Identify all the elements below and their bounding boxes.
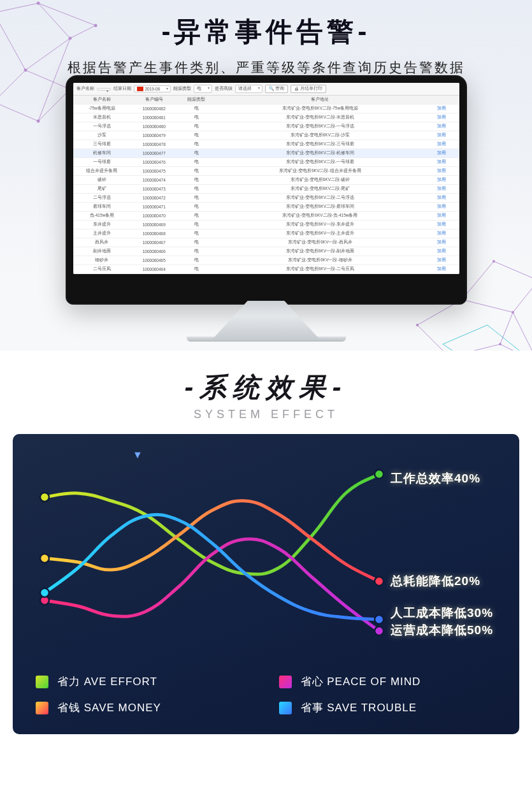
table-cell: 电 xyxy=(177,185,216,194)
table-cell: 西风井 xyxy=(73,238,131,247)
table-cell: 东湾矿业-变电所6KV二段-组合并提升备用 xyxy=(216,167,424,176)
table-cell: 1000000479 xyxy=(131,131,177,140)
table-cell: 1000000474 xyxy=(131,176,177,185)
query-toolbar: 客户名称 结算日期 2019-06 能源类型 电 是否高级 请选择 🔍 查询 🖨… xyxy=(73,83,459,96)
legend-item[interactable]: 省心 PEACE OF MIND xyxy=(279,674,497,689)
customer-name-select[interactable] xyxy=(97,88,111,90)
table-cell: 电 xyxy=(177,158,216,167)
table-cell[interactable]: 加用 xyxy=(424,131,459,140)
table-cell[interactable]: 加用 xyxy=(424,265,459,274)
table-cell[interactable]: 加用 xyxy=(424,176,459,185)
table-cell: 东湾矿业-变电所6KV二段-一号浮选 xyxy=(216,122,424,131)
table-cell[interactable]: 加用 xyxy=(424,140,459,149)
table-cell[interactable]: 加用 xyxy=(424,113,459,122)
table-cell: 电 xyxy=(177,131,216,140)
alarm-section: -异常事件告警- 根据告警产生事件类别、严重等级等条件查询历史告警数据 客户名称… xyxy=(0,0,532,351)
table-row[interactable]: 一号球磨1000000476电东湾矿业-变电所6KV二段-一号球磨加用 xyxy=(73,158,459,167)
table-cell: 电 xyxy=(177,149,216,158)
legend-item[interactable]: 省力 AVE EFFORT xyxy=(36,674,254,689)
chart-point xyxy=(40,588,49,597)
table-cell[interactable]: 加用 xyxy=(424,229,459,238)
table-cell[interactable]: 加用 xyxy=(424,203,459,212)
section2-header: -系统效果- SYSTEM EFFECT xyxy=(0,351,532,434)
table-cell[interactable]: 加用 xyxy=(424,105,459,113)
table-cell: 二号浮选 xyxy=(73,194,131,203)
table-row[interactable]: 机修车间1000000477电东湾矿业-变电所6KV二段-机修车间加用 xyxy=(73,149,459,158)
table-cell[interactable]: 加用 xyxy=(424,185,459,194)
legend-item[interactable]: 省事 SAVE TROUBLE xyxy=(279,700,497,715)
table-cell[interactable]: 加用 xyxy=(424,122,459,131)
table-cell: 东湾矿业-变电所6KV二段-破碎 xyxy=(216,176,424,185)
col-customer-addr[interactable]: 客户地址 xyxy=(216,96,424,105)
legend-item[interactable]: 省钱 SAVE MONEY xyxy=(36,700,254,715)
table-row[interactable]: 二号浮选1000000472电东湾矿业-变电所6KV二段-二号浮选加用 xyxy=(73,194,459,203)
energy-type-select[interactable]: 电 xyxy=(194,85,212,93)
chart-end-label: 运营成本降低50% xyxy=(391,622,493,639)
table-cell: 电 xyxy=(177,140,216,149)
line-chart: 工作总效率40%总耗能降低20%运营成本降低50%人工成本降低30% xyxy=(32,450,500,660)
print-button[interactable]: 🖨 月结单打印 xyxy=(291,85,326,93)
table-row[interactable]: 米恩普机1000000481电东湾矿业-变电所6KV二段-米恩普机加用 xyxy=(73,113,459,122)
table-row[interactable]: 尾矿1000000473电东湾矿业-变电所6KV二段-尾矿加用 xyxy=(73,185,459,194)
table-cell[interactable]: 加用 xyxy=(424,167,459,176)
search-button[interactable]: 🔍 查询 xyxy=(265,85,288,93)
imac-chin xyxy=(67,274,466,303)
table-row[interactable]: 三号球磨1000000478电东湾矿业-变电所6KV二段-三号球磨加用 xyxy=(73,140,459,149)
table-cell: 电 xyxy=(177,167,216,176)
legend-swatch xyxy=(36,676,48,688)
table-cell: 1000000464 xyxy=(131,265,177,274)
table-cell: 东湾矿业-变电所6KV一段-细砂井 xyxy=(216,256,424,265)
table-row[interactable]: 沙泵1000000479电东湾矿业-变电所6KV二段-沙泵加用 xyxy=(73,131,459,140)
col-customer-name[interactable]: 客户名称 xyxy=(73,96,131,105)
section1-subtitle: 根据告警产生事件类别、严重等级等条件查询历史告警数据 xyxy=(0,59,532,76)
table-row[interactable]: 细砂井1000000465电东湾矿业-变电所6KV一段-细砂井加用 xyxy=(73,256,459,265)
legend-swatch xyxy=(279,676,292,688)
table-cell[interactable]: 加用 xyxy=(424,247,459,256)
chart-point xyxy=(375,470,384,479)
chart-end-label: 工作总效率40% xyxy=(391,470,480,487)
table-cell: 东湾矿业-变电所6KV二段-米恩普机 xyxy=(216,113,424,122)
table-row[interactable]: 主井提升1000000468电东湾矿业-变电所6KV一段-主井提升加用 xyxy=(73,229,459,238)
table-cell[interactable]: 加用 xyxy=(424,221,459,229)
col-energy-type[interactable]: 能源类型 xyxy=(177,96,216,105)
table-cell[interactable]: 加用 xyxy=(424,149,459,158)
isparent-select[interactable]: 请选择 xyxy=(235,85,262,93)
table-row[interactable]: 副井地面1000000466电东湾矿业-变电所6KV一段-副井地面加用 xyxy=(73,247,459,256)
table-row[interactable]: 一号浮选1000000480电东湾矿业-变电所6KV二段-一号浮选加用 xyxy=(73,122,459,131)
table-cell: 电 xyxy=(177,247,216,256)
date-select[interactable]: 2019-06 xyxy=(134,85,171,92)
legend-label: 省事 SAVE TROUBLE xyxy=(301,700,417,715)
table-cell: 1000000471 xyxy=(131,203,177,212)
col-customer-code[interactable]: 客户编号 xyxy=(131,96,177,105)
label-energy-type: 能源类型 xyxy=(173,86,191,92)
table-row[interactable]: 西风井1000000467电东湾矿业-变电所6KV一段-西风井加用 xyxy=(73,238,459,247)
table-cell[interactable]: 加用 xyxy=(424,158,459,167)
table-cell: 东湾矿业-变电所6KV一段-主井提升 xyxy=(216,229,424,238)
table-cell[interactable]: 加用 xyxy=(424,212,459,221)
table-cell[interactable]: 加用 xyxy=(424,256,459,265)
table-row[interactable]: 负-415w备用1000000470电东湾矿业-变电所6KV二段-负-415w备… xyxy=(73,212,459,221)
svg-point-4 xyxy=(37,120,40,123)
table-cell: 电 xyxy=(177,221,216,229)
table-cell: 1000000469 xyxy=(131,221,177,229)
chart-end-label: 人工成本降低30% xyxy=(391,605,493,621)
table-cell: 1000000481 xyxy=(131,113,177,122)
table-row[interactable]: 东井提升1000000469电东湾矿业-变电所6KV一段-东井提升加用 xyxy=(73,221,459,229)
table-cell[interactable]: 加用 xyxy=(424,238,459,247)
table-cell[interactable]: 加用 xyxy=(424,194,459,203)
table-cell: 电 xyxy=(177,176,216,185)
table-row[interactable]: 组合并提升备用1000000475电东湾矿业-变电所6KV二段-组合并提升备用加… xyxy=(73,167,459,176)
table-cell: 一号球磨 xyxy=(73,158,131,167)
table-cell: 电 xyxy=(177,203,216,212)
chart-point xyxy=(375,626,384,635)
table-row[interactable]: 二号压凤1000000464电东湾矿业-变电所6KV一段-二号压凤加用 xyxy=(73,265,459,274)
table-cell: 磨球车间 xyxy=(73,203,131,212)
table-row[interactable]: 磨球车间1000000471电东湾矿业-变电所6KV二段-磨球车间加用 xyxy=(73,203,459,212)
table-cell: 细砂井 xyxy=(73,256,131,265)
legend-label: 省心 PEACE OF MIND xyxy=(301,674,421,689)
table-cell: 东湾矿业-变电所6KV二段-负-415w备用 xyxy=(216,212,424,221)
table-cell: 东井提升 xyxy=(73,221,131,229)
table-row[interactable]: -75w备用电源1000000482电东湾矿业-变电所6KV二段-75w备用电源… xyxy=(73,105,459,113)
table-row[interactable]: 破碎1000000474电东湾矿业-变电所6KV二段-破碎加用 xyxy=(73,176,459,185)
col-action xyxy=(424,96,459,105)
